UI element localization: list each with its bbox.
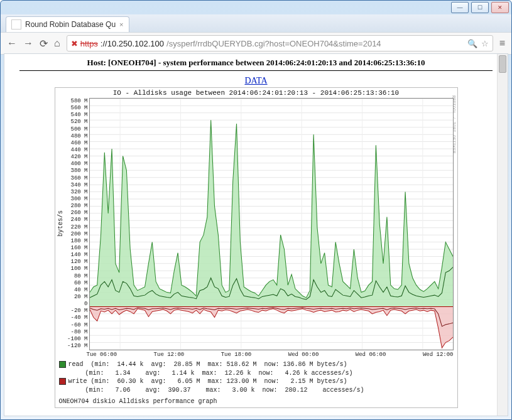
y-tick: 20 M [65,294,88,300]
url-path: /sysperf/rrdbQUERYDB.cgi?host=ONEOH704&s… [166,39,381,48]
bookmark-star-icon[interactable]: ☆ [481,39,489,48]
y-tick: 340 M [65,182,88,188]
scrollbar-thumb[interactable] [499,55,506,73]
y-tick: -100 M [65,336,88,342]
x-tick: Tue 18:00 [221,352,252,358]
window-titlebar: — ☐ ✕ [1,1,511,14]
rrd-graph: RRDTOOL / TOBI OETIKER IO - Alldisks usa… [55,87,458,408]
y-tick: 400 M [65,161,88,167]
legend-read-row2: (min: 1.34 avg: 1.14 k max: 12.26 k now:… [59,369,454,378]
nav-reload-button[interactable]: ⟳ [40,38,48,50]
data-link[interactable]: DATA [19,76,493,86]
omnibox-search-icon[interactable]: 🔍 [467,39,477,48]
window-close-button[interactable]: ✕ [491,2,509,13]
scrollbar-vertical[interactable] [497,54,508,416]
url-protocol: https [80,39,98,48]
y-tick: 160 M [65,245,88,251]
legend-read-name: read [68,361,87,368]
x-tick: Tue 06:00 [87,352,117,358]
y-tick: 460 M [65,140,88,146]
x-tick: Wed 12:00 [423,352,454,358]
y-tick: 260 M [65,210,88,216]
y-axis-ticks: 580 M560 M540 M520 M500 M480 M460 M440 M… [65,97,89,350]
page-title: Host: [ONEOH704] - system performance be… [19,58,493,68]
y-tick: 380 M [65,168,88,174]
plot-svg [90,99,453,350]
page-content: Host: [ONEOH704] - system performance be… [4,54,508,412]
y-tick: -20 M [65,308,88,314]
browser-window: — ☐ ✕ Round Robin Database Qu × ← → ⟳ ⌂ … [0,0,512,420]
y-tick: 180 M [65,238,88,244]
y-tick: -40 M [65,315,88,321]
y-tick: 60 M [65,280,88,286]
y-tick: 480 M [65,133,88,139]
nav-back-button[interactable]: ← [7,38,17,49]
y-tick: 580 M [65,98,88,104]
nav-forward-button[interactable]: → [23,38,33,49]
y-axis-label: bytes/s [55,97,65,350]
x-tick: Wed 00:00 [288,352,319,358]
legend-write-stats: (min: 60.30 k avg: 6.05 M max: 123.00 M … [87,378,347,385]
graph-title: IO - Alldisks usage between 2014:06:24:0… [55,88,457,97]
divider [19,70,493,71]
page-favicon-icon [11,19,21,30]
tab-close-icon[interactable]: × [119,21,123,28]
y-tick: 40 M [65,287,88,293]
y-tick: 200 M [65,231,88,237]
graph-footer: ONEOH704 diskio Alldisks performance gra… [55,398,457,407]
plot-area [89,98,454,350]
window-minimize-button[interactable]: — [451,2,469,13]
x-tick: Tue 12:00 [154,352,185,358]
legend-read-row: read (min: 14.44 k avg: 28.85 M max: 518… [59,360,454,369]
legend-write-swatch-icon [59,378,66,385]
y-tick: 420 M [65,154,88,160]
y-tick: 240 M [65,217,88,223]
nav-home-button[interactable]: ⌂ [54,38,60,49]
x-tick: Wed 06:00 [356,352,386,358]
y-tick: -60 M [65,322,88,328]
tab-active[interactable]: Round Robin Database Qu × [6,16,129,32]
y-tick: 120 M [65,259,88,265]
y-tick: 300 M [65,196,88,202]
legend-write-name: write [68,378,87,385]
browser-menu-button[interactable]: ≡ [499,38,505,49]
legend-read-swatch-icon [59,361,66,368]
url-host: ://10.250.102.100 [101,39,164,48]
graph-legend: read (min: 14.44 k avg: 28.85 M max: 518… [55,358,457,398]
y-tick: 520 M [65,119,88,125]
y-tick: 80 M [65,273,88,279]
y-tick: -80 M [65,329,88,335]
tab-strip: Round Robin Database Qu × [1,14,511,32]
legend-write-row2: (min: 7.06 avg: 390.37 max: 3.00 k now: … [59,386,454,395]
y-tick: 280 M [65,203,88,209]
y-tick: -120 M [65,343,88,349]
y-tick: 560 M [65,105,88,111]
y-tick: 540 M [65,112,88,118]
address-bar[interactable]: ✖ https ://10.250.102.100 /sysperf/rrdbQ… [67,35,493,51]
y-tick: 140 M [65,252,88,258]
legend-write-row: write (min: 60.30 k avg: 6.05 M max: 123… [59,377,454,386]
y-tick: 360 M [65,175,88,181]
y-tick: 440 M [65,147,88,153]
y-tick: 500 M [65,126,88,132]
page-viewport: Host: [ONEOH704] - system performance be… [4,53,508,416]
y-tick: 100 M [65,266,88,272]
window-maximize-button[interactable]: ☐ [471,2,489,13]
legend-read-stats: (min: 14.44 k avg: 28.85 M max: 518.62 M… [87,361,347,368]
y-tick: 320 M [65,189,88,195]
browser-toolbar: ← → ⟳ ⌂ ✖ https ://10.250.102.100 /syspe… [1,32,511,55]
y-tick: 0 [65,301,88,307]
tab-title: Round Robin Database Qu [25,20,116,29]
y-tick: 220 M [65,224,88,230]
x-axis-ticks: Tue 06:00Tue 12:00Tue 18:00Wed 00:00Wed … [87,350,454,358]
ssl-warning-icon: ✖ [71,39,78,48]
